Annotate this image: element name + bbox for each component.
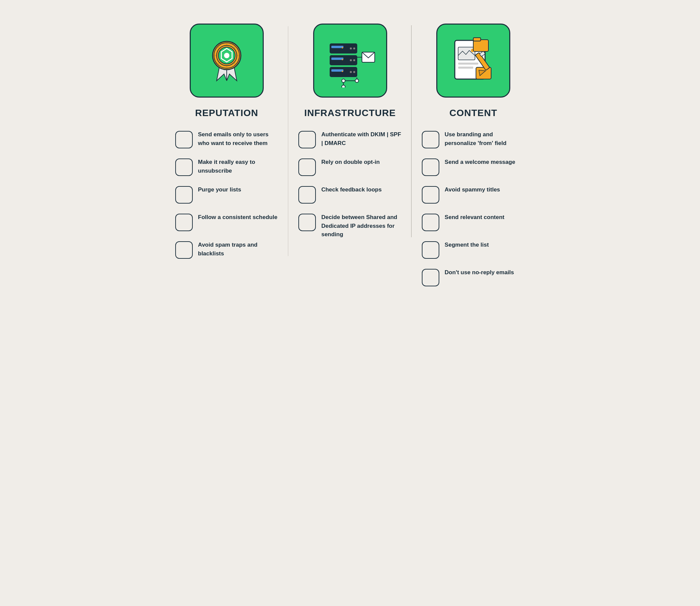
checklist-item-label: Authenticate with DKIM | SPF | DMARC [321, 130, 402, 147]
reputation-title: REPUTATION [195, 108, 258, 118]
checklist-item-label: Send emails only to users who want to re… [198, 130, 279, 147]
content-icon-box [436, 24, 510, 98]
list-item: Check feedback loops [298, 185, 402, 204]
svg-point-10 [226, 66, 227, 68]
svg-rect-46 [473, 38, 481, 41]
svg-point-9 [234, 63, 236, 65]
checkbox[interactable] [298, 159, 316, 176]
checklist-item-label: Segment the list [445, 240, 525, 249]
list-item: Decide between Shared and Dedicated IP a… [298, 213, 402, 239]
svg-point-7 [224, 53, 230, 58]
checkbox[interactable] [175, 159, 193, 176]
checkbox[interactable] [175, 186, 193, 204]
svg-point-36 [342, 85, 345, 88]
checklist-item-label: Avoid spam traps and blacklists [198, 240, 279, 258]
checklist-item-label: Avoid spammy titles [445, 185, 525, 194]
svg-point-15 [234, 46, 236, 48]
list-item: Send relevant content [422, 213, 525, 231]
column-content: CONTENTUse branding and personalize 'fro… [412, 14, 535, 297]
list-item: Authenticate with DKIM | SPF | DMARC [298, 130, 402, 148]
checklist-item-label: Make it really easy to unsubscribe [198, 158, 279, 175]
list-item: Send a welcome message [422, 158, 525, 176]
svg-rect-27 [331, 69, 343, 72]
svg-point-18 [350, 47, 352, 49]
checkbox[interactable] [298, 186, 316, 204]
svg-point-30 [342, 71, 343, 72]
svg-rect-21 [330, 55, 357, 65]
svg-point-34 [342, 79, 345, 83]
checkbox[interactable] [422, 241, 439, 259]
checklist-item-label: Rely on double opt-in [321, 158, 402, 167]
list-item: Use branding and personalize 'from' fiel… [422, 130, 525, 148]
svg-point-12 [214, 55, 216, 56]
svg-point-13 [218, 46, 219, 48]
page-container: REPUTATIONSend emails only to users who … [165, 14, 535, 297]
checklist-item-label: Decide between Shared and Dedicated IP a… [321, 213, 402, 239]
list-item: Avoid spammy titles [422, 185, 525, 204]
svg-rect-17 [331, 46, 343, 48]
svg-point-14 [226, 43, 227, 45]
checkbox[interactable] [422, 186, 439, 204]
checkbox[interactable] [175, 214, 193, 231]
list-item: Avoid spam traps and blacklists [175, 240, 279, 259]
checkbox[interactable] [175, 131, 193, 148]
column-reputation: REPUTATIONSend emails only to users who … [165, 14, 289, 269]
svg-point-29 [353, 71, 355, 73]
svg-point-11 [218, 63, 219, 65]
svg-rect-47 [476, 67, 491, 79]
svg-rect-16 [330, 44, 357, 53]
list-item: Purge your lists [175, 185, 279, 204]
svg-point-23 [350, 59, 352, 61]
reputation-icon-box [190, 24, 264, 98]
reputation-checklist: Send emails only to users who want to re… [172, 130, 282, 259]
svg-point-8 [237, 55, 239, 56]
checklist-item-label: Send relevant content [445, 213, 525, 222]
svg-rect-43 [458, 63, 478, 65]
svg-point-25 [342, 59, 343, 60]
list-item: Don't use no-reply emails [422, 268, 525, 286]
checkbox[interactable] [298, 131, 316, 148]
svg-rect-26 [330, 67, 357, 77]
infrastructure-icon-box [313, 24, 387, 98]
checkbox[interactable] [422, 214, 439, 231]
column-infrastructure: INFRASTRUCTUREAuthenticate with DKIM | S… [288, 14, 412, 249]
list-item: Send emails only to users who want to re… [175, 130, 279, 148]
checklist-item-label: Follow a consistent schedule [198, 213, 279, 222]
checklist-item-label: Purge your lists [198, 185, 279, 194]
checkbox[interactable] [422, 159, 439, 176]
svg-point-24 [353, 59, 355, 61]
content-checklist: Use branding and personalize 'from' fiel… [418, 130, 528, 286]
list-item: Rely on double opt-in [298, 158, 402, 176]
infrastructure-title: INFRASTRUCTURE [304, 108, 395, 118]
svg-rect-44 [458, 67, 473, 69]
checkbox[interactable] [422, 269, 439, 286]
checkbox[interactable] [298, 214, 316, 231]
checklist-item-label: Use branding and personalize 'from' fiel… [445, 130, 525, 147]
checklist-item-label: Send a welcome message [445, 158, 525, 167]
checklist-item-label: Don't use no-reply emails [445, 268, 525, 277]
infrastructure-checklist: Authenticate with DKIM | SPF | DMARCRely… [295, 130, 405, 239]
svg-point-28 [350, 71, 352, 73]
svg-point-19 [353, 47, 355, 49]
checklist-item-label: Check feedback loops [321, 185, 402, 194]
svg-rect-22 [331, 57, 343, 60]
list-item: Follow a consistent schedule [175, 213, 279, 231]
content-title: CONTENT [450, 108, 497, 118]
checkbox[interactable] [422, 131, 439, 148]
list-item: Make it really easy to unsubscribe [175, 158, 279, 176]
svg-rect-45 [473, 40, 488, 51]
list-item: Segment the list [422, 240, 525, 259]
svg-point-35 [355, 79, 359, 83]
checkbox[interactable] [175, 241, 193, 259]
svg-point-20 [342, 47, 343, 48]
